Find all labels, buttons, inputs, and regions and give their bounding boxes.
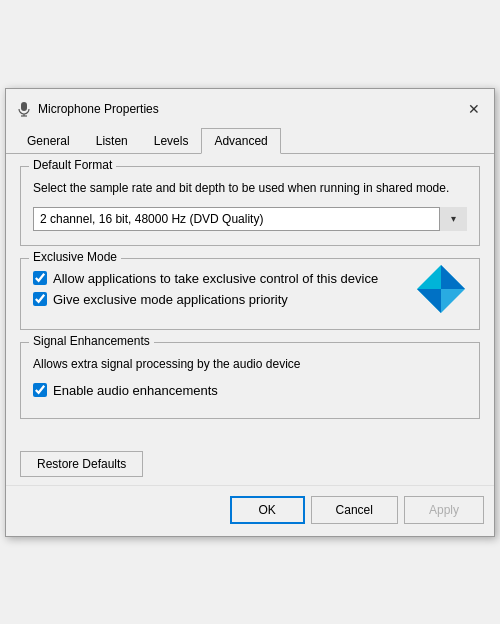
windows-app-icon (415, 263, 467, 315)
close-button[interactable]: ✕ (462, 97, 486, 121)
svg-marker-7 (417, 265, 441, 289)
default-format-description: Select the sample rate and bit depth to … (33, 179, 467, 197)
exclusive-mode-label: Exclusive Mode (29, 250, 121, 264)
exclusive-control-checkbox[interactable] (33, 271, 47, 285)
svg-marker-4 (441, 265, 465, 289)
svg-marker-8 (417, 289, 441, 313)
exclusive-mode-group: Exclusive Mode Allow applications to tak… (20, 258, 480, 330)
default-format-group: Default Format Select the sample rate an… (20, 166, 480, 246)
exclusive-control-label: Allow applications to take exclusive con… (53, 271, 378, 286)
sample-rate-select[interactable]: 2 channel, 16 bit, 48000 Hz (DVD Quality… (33, 207, 467, 231)
signal-enhancements-group: Signal Enhancements Allows extra signal … (20, 342, 480, 419)
exclusive-priority-row: Give exclusive mode applications priorit… (33, 292, 407, 307)
tab-content: Default Format Select the sample rate an… (6, 154, 494, 443)
audio-enhancements-label: Enable audio enhancements (53, 383, 218, 398)
microphone-properties-window: Microphone Properties ✕ General Listen L… (5, 88, 495, 537)
signal-enhancements-label: Signal Enhancements (29, 334, 154, 348)
ok-button[interactable]: OK (230, 496, 305, 524)
tab-general[interactable]: General (14, 128, 83, 154)
apply-button[interactable]: Apply (404, 496, 484, 524)
exclusive-priority-label: Give exclusive mode applications priorit… (53, 292, 288, 307)
footer-area: Restore Defaults (6, 443, 494, 481)
tab-bar: General Listen Levels Advanced (6, 127, 494, 154)
dialog-buttons: OK Cancel Apply (6, 485, 494, 536)
cancel-button[interactable]: Cancel (311, 496, 398, 524)
tab-listen[interactable]: Listen (83, 128, 141, 154)
audio-enhancements-checkbox[interactable] (33, 383, 47, 397)
sample-rate-select-wrapper: 2 channel, 16 bit, 48000 Hz (DVD Quality… (33, 207, 467, 231)
exclusive-checkboxes: Allow applications to take exclusive con… (33, 271, 407, 313)
svg-rect-0 (21, 102, 27, 111)
exclusive-control-row: Allow applications to take exclusive con… (33, 271, 407, 286)
window-title: Microphone Properties (38, 102, 159, 116)
audio-enhancements-row: Enable audio enhancements (33, 383, 467, 398)
default-format-label: Default Format (29, 158, 116, 172)
exclusive-priority-checkbox[interactable] (33, 292, 47, 306)
tab-advanced[interactable]: Advanced (201, 128, 280, 154)
tab-levels[interactable]: Levels (141, 128, 202, 154)
title-bar-left: Microphone Properties (16, 101, 159, 117)
title-bar: Microphone Properties ✕ (6, 89, 494, 125)
signal-enhancements-description: Allows extra signal processing by the au… (33, 355, 467, 373)
svg-marker-6 (441, 289, 465, 313)
exclusive-mode-content: Allow applications to take exclusive con… (33, 271, 467, 315)
microphone-icon (16, 101, 32, 117)
restore-defaults-button[interactable]: Restore Defaults (20, 451, 143, 477)
